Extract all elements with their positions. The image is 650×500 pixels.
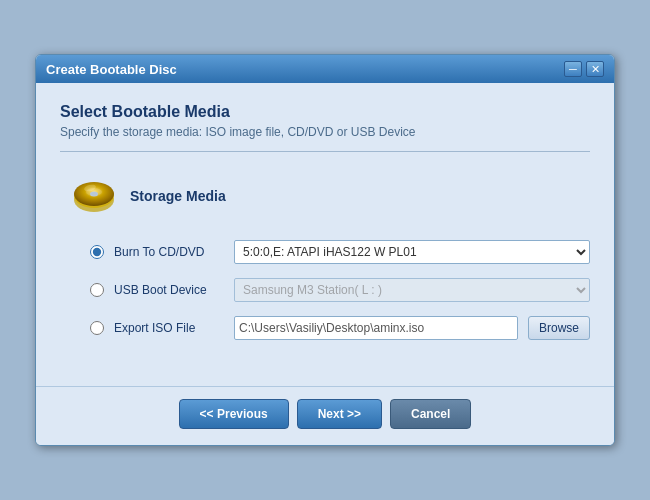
usb-label[interactable]: USB Boot Device: [114, 283, 224, 297]
window-controls: ─ ✕: [564, 61, 604, 77]
media-row: Storage Media: [60, 172, 590, 220]
content-area: Select Bootable Media Specify the storag…: [36, 83, 614, 386]
options-area: Burn To CD/DVD 5:0:0,E: ATAPI iHAS122 W …: [60, 240, 590, 340]
divider: [60, 151, 590, 152]
disc-svg-icon: [70, 172, 118, 220]
cancel-button[interactable]: Cancel: [390, 399, 471, 429]
next-button[interactable]: Next >>: [297, 399, 382, 429]
title-bar: Create Bootable Disc ─ ✕: [36, 55, 614, 83]
iso-option-row: Export ISO File Browse: [90, 316, 590, 340]
burn-radio[interactable]: [90, 245, 104, 259]
usb-option-row: USB Boot Device Samsung M3 Station( L : …: [90, 278, 590, 302]
previous-button[interactable]: << Previous: [179, 399, 289, 429]
usb-dropdown[interactable]: Samsung M3 Station( L : ): [234, 278, 590, 302]
media-icon: [70, 172, 118, 220]
section-title: Select Bootable Media: [60, 103, 590, 121]
window-title: Create Bootable Disc: [46, 62, 177, 77]
iso-radio[interactable]: [90, 321, 104, 335]
close-button[interactable]: ✕: [586, 61, 604, 77]
media-label: Storage Media: [130, 188, 226, 204]
burn-dropdown[interactable]: 5:0:0,E: ATAPI iHAS122 W PL01: [234, 240, 590, 264]
svg-point-4: [90, 192, 98, 197]
footer: << Previous Next >> Cancel: [36, 386, 614, 445]
main-window: Create Bootable Disc ─ ✕ Select Bootable…: [35, 54, 615, 446]
minimize-button[interactable]: ─: [564, 61, 582, 77]
browse-button[interactable]: Browse: [528, 316, 590, 340]
usb-radio[interactable]: [90, 283, 104, 297]
section-subtitle: Specify the storage media: ISO image fil…: [60, 125, 590, 139]
burn-label[interactable]: Burn To CD/DVD: [114, 245, 224, 259]
iso-path-input[interactable]: [234, 316, 518, 340]
burn-option-row: Burn To CD/DVD 5:0:0,E: ATAPI iHAS122 W …: [90, 240, 590, 264]
iso-label[interactable]: Export ISO File: [114, 321, 224, 335]
